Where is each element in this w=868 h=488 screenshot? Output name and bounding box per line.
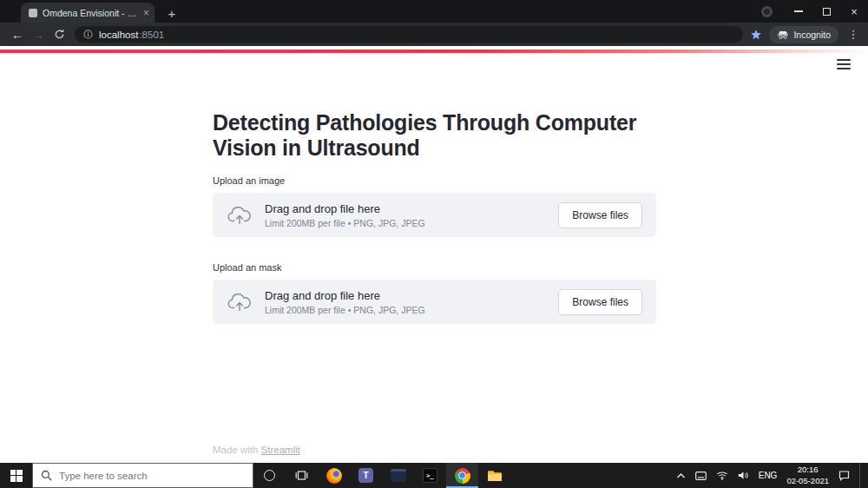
teams-icon: T [358,468,373,483]
search-input[interactable] [59,471,224,481]
maximize-icon [823,8,831,16]
file-limit-text: Limit 200MB per file • PNG, JPG, JPEG [265,305,425,315]
uploader-texts: Drag and drop file here Limit 200MB per … [265,289,425,315]
browser-menu-button[interactable]: ⋮ [845,28,861,41]
new-tab-button[interactable]: + [163,7,181,20]
wifi-icon [716,471,728,480]
incognito-spy-icon [777,30,789,40]
clock-time: 20:16 [786,465,829,476]
start-button[interactable] [0,463,32,488]
browser-toolbar: ← → localhost :8501 [0,23,868,46]
chrome-button[interactable] [446,463,478,488]
folder-icon [487,470,503,482]
windows-logo-icon [10,470,23,482]
window-controls: × [761,0,868,23]
touch-keyboard-button[interactable] [695,472,707,480]
task-view-icon [295,470,308,481]
app-window-button[interactable] [382,463,414,488]
action-center-button[interactable] [838,471,850,481]
streamlit-page: Detecting Pathologies Through Computer V… [0,46,868,463]
file-uploader-mask[interactable]: Drag and drop file here Limit 200MB per … [213,280,656,324]
volume-icon [738,471,749,480]
task-view-button[interactable] [286,463,318,488]
network-button[interactable] [716,471,728,480]
minimize-icon [794,10,803,12]
profile-avatar-icon[interactable] [761,6,773,17]
url-bar[interactable]: localhost :8501 [75,26,743,43]
search-icon [41,470,52,481]
uploader-texts: Drag and drop file here Limit 200MB per … [265,202,425,228]
uploader-label-mask: Upload an mask [213,262,656,273]
main-content: Detecting Pathologies Through Computer V… [213,46,656,349]
maximize-button[interactable] [812,0,840,23]
firefox-icon [326,468,342,484]
reload-button[interactable] [49,29,69,40]
streamlit-link[interactable]: Streamlit [261,445,300,455]
close-button[interactable]: × [840,0,868,23]
cortana-icon [264,470,275,481]
firefox-button[interactable] [318,463,350,488]
show-desktop-button[interactable] [859,463,864,488]
language-indicator[interactable]: ENG [759,471,778,480]
file-explorer-button[interactable] [478,463,510,488]
teams-button[interactable]: T [350,463,382,488]
volume-button[interactable] [738,471,749,480]
clock-date: 02-05-2021 [786,476,829,487]
chrome-icon [455,468,470,484]
terminal-button[interactable]: >_ [414,463,446,488]
browser-titlebar: Omdena Envisionit - Streamlit × + × [0,0,868,23]
tab-close-icon[interactable]: × [143,8,149,18]
page-title: Detecting Pathologies Through Computer V… [213,110,656,161]
cloud-upload-icon [227,204,253,226]
browse-files-button[interactable]: Browse files [558,202,642,228]
minimize-button[interactable] [785,0,812,23]
reload-icon [54,29,65,40]
file-uploader-image[interactable]: Drag and drop file here Limit 200MB per … [213,193,656,237]
url-port: :8501 [139,30,164,40]
site-info-icon[interactable] [83,30,93,39]
bookmark-star-icon[interactable] [750,29,762,41]
touch-keyboard-icon [695,472,707,480]
drag-drop-text: Drag and drop file here [265,289,425,302]
url-host: localhost [99,30,138,40]
terminal-icon: >_ [423,468,437,483]
action-center-icon [838,471,850,481]
cortana-button[interactable] [253,463,286,488]
file-limit-text: Limit 200MB per file • PNG, JPG, JPEG [265,218,425,228]
windows-taskbar: T >_ [0,463,868,488]
streamlit-footer: Made with Streamlit [213,445,300,455]
uploader-label-image: Upload an image [213,175,656,186]
system-tray: ENG 20:16 02-05-2021 [676,463,868,488]
tray-expand-button[interactable] [676,472,686,479]
browser-tab[interactable]: Omdena Envisionit - Streamlit × [21,3,155,23]
streamlit-menu-button[interactable] [837,59,851,69]
footer-text: Made with [213,445,261,455]
taskbar-search[interactable] [32,463,253,488]
screen: Omdena Envisionit - Streamlit × + × ← → [0,0,868,488]
tab-title: Omdena Envisionit - Streamlit [43,8,138,18]
tab-favicon [29,9,37,17]
taskbar-clock[interactable]: 20:16 02-05-2021 [786,465,829,487]
browse-files-button[interactable]: Browse files [558,289,642,315]
incognito-label: Incognito [793,30,831,40]
drag-drop-text: Drag and drop file here [265,202,425,215]
app-window-icon [391,469,406,482]
incognito-badge: Incognito [769,26,838,43]
forward-button[interactable]: → [28,29,49,41]
cloud-upload-icon [227,291,253,313]
back-button[interactable]: ← [7,29,28,41]
chevron-up-icon [676,472,686,479]
